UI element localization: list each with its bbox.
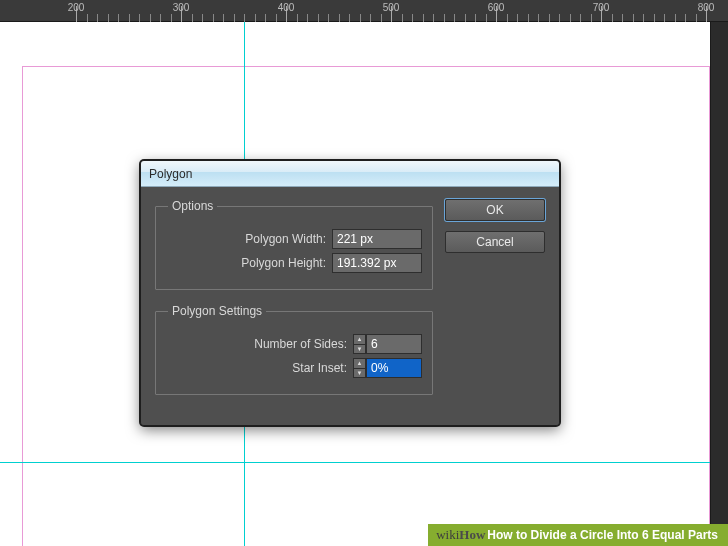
ruler-minor-tick: [412, 0, 413, 22]
article-title: How to Divide a Circle Into 6 Equal Part…: [487, 528, 718, 542]
ruler-minor-tick: [307, 0, 308, 22]
ruler-minor-tick: [696, 0, 697, 22]
ruler-minor-tick: [643, 0, 644, 22]
polygon-settings-group: Polygon Settings Number of Sides: ▲ ▼ St…: [155, 304, 433, 395]
chevron-down-icon[interactable]: ▼: [354, 345, 365, 354]
ruler-minor-tick: [580, 0, 581, 22]
ruler-minor-tick: [297, 0, 298, 22]
wikihow-logo: wikiHow: [436, 527, 485, 543]
logo-prefix: wiki: [436, 527, 459, 542]
ruler-minor-tick: [118, 0, 119, 22]
ruler-minor-tick: [612, 0, 613, 22]
ruler-minor-tick: [633, 0, 634, 22]
ruler-minor-tick: [538, 0, 539, 22]
polygon-height-label: Polygon Height:: [166, 256, 326, 270]
star-inset-label: Star Inset:: [166, 361, 347, 375]
ruler-minor-tick: [108, 0, 109, 22]
ruler-minor-tick: [192, 0, 193, 22]
ruler-minor-tick: [87, 0, 88, 22]
chevron-down-icon[interactable]: ▼: [354, 369, 365, 378]
ruler-tick-label: 600: [488, 2, 505, 13]
ruler-minor-tick: [139, 0, 140, 22]
ruler-minor-tick: [150, 0, 151, 22]
ruler-minor-tick: [559, 0, 560, 22]
ruler-tick-label: 700: [593, 2, 610, 13]
ruler-minor-tick: [433, 0, 434, 22]
ruler-minor-tick: [318, 0, 319, 22]
ruler-minor-tick: [265, 0, 266, 22]
ruler-minor-tick: [255, 0, 256, 22]
ruler-minor-tick: [360, 0, 361, 22]
chevron-up-icon[interactable]: ▲: [354, 335, 365, 345]
ruler-minor-tick: [622, 0, 623, 22]
ruler-minor-tick: [444, 0, 445, 22]
right-panel-strip: [710, 22, 728, 546]
ruler-minor-tick: [486, 0, 487, 22]
inset-stepper[interactable]: ▲ ▼: [353, 358, 366, 378]
ruler-tick-label: 300: [173, 2, 190, 13]
ruler-minor-tick: [160, 0, 161, 22]
ruler-minor-tick: [423, 0, 424, 22]
ruler-minor-tick: [171, 0, 172, 22]
ruler-minor-tick: [213, 0, 214, 22]
ruler-minor-tick: [570, 0, 571, 22]
ruler-minor-tick: [129, 0, 130, 22]
ruler-minor-tick: [97, 0, 98, 22]
number-of-sides-input[interactable]: [366, 334, 422, 354]
horizontal-guide[interactable]: [0, 462, 710, 463]
ruler-minor-tick: [675, 0, 676, 22]
ruler-minor-tick: [507, 0, 508, 22]
ruler-tick-label: 500: [383, 2, 400, 13]
ruler-minor-tick: [339, 0, 340, 22]
ruler-tick-label: 800: [698, 2, 715, 13]
chevron-up-icon[interactable]: ▲: [354, 359, 365, 369]
ruler-minor-tick: [349, 0, 350, 22]
ruler-minor-tick: [549, 0, 550, 22]
ruler-minor-tick: [591, 0, 592, 22]
ok-button[interactable]: OK: [445, 199, 545, 221]
ruler-minor-tick: [454, 0, 455, 22]
polygon-width-label: Polygon Width:: [166, 232, 326, 246]
options-group: Options Polygon Width: Polygon Height:: [155, 199, 433, 290]
ruler-minor-tick: [465, 0, 466, 22]
polygon-width-input[interactable]: [332, 229, 422, 249]
ruler-minor-tick: [517, 0, 518, 22]
ruler-minor-tick: [381, 0, 382, 22]
ruler-minor-tick: [685, 0, 686, 22]
ruler-minor-tick: [664, 0, 665, 22]
ruler-minor-tick: [654, 0, 655, 22]
polygon-settings-legend: Polygon Settings: [168, 304, 266, 318]
ruler-tick-label: 200: [68, 2, 85, 13]
ruler-tick-label: 400: [278, 2, 295, 13]
ruler-minor-tick: [402, 0, 403, 22]
ruler-minor-tick: [223, 0, 224, 22]
horizontal-ruler: 200300400500600700800: [0, 0, 728, 22]
ruler-minor-tick: [202, 0, 203, 22]
ruler-minor-tick: [475, 0, 476, 22]
options-legend: Options: [168, 199, 217, 213]
ruler-minor-tick: [328, 0, 329, 22]
ruler-minor-tick: [276, 0, 277, 22]
number-of-sides-label: Number of Sides:: [166, 337, 347, 351]
star-inset-input[interactable]: [366, 358, 422, 378]
dialog-title: Polygon: [149, 167, 192, 181]
logo-suffix: How: [459, 527, 485, 542]
ruler-minor-tick: [370, 0, 371, 22]
ruler-minor-tick: [234, 0, 235, 22]
cancel-button[interactable]: Cancel: [445, 231, 545, 253]
polygon-height-input[interactable]: [332, 253, 422, 273]
ruler-minor-tick: [528, 0, 529, 22]
dialog-titlebar[interactable]: Polygon: [141, 161, 559, 187]
polygon-dialog: Polygon Options Polygon Width: Polygon H…: [140, 160, 560, 426]
ruler-minor-tick: [244, 0, 245, 22]
sides-stepper[interactable]: ▲ ▼: [353, 334, 366, 354]
